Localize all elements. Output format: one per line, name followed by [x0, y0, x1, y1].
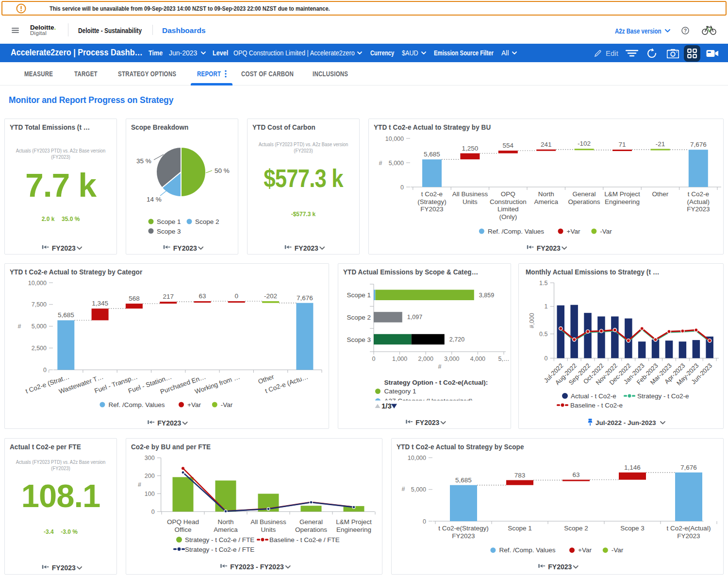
- svg-text:Operations: Operations: [295, 526, 327, 533]
- svg-text:t Co2-e(Strategy): t Co2-e(Strategy): [438, 525, 489, 532]
- svg-text:FY2023 - FY2023: FY2023 - FY2023: [230, 563, 284, 571]
- svg-text:217: 217: [163, 293, 174, 300]
- svg-text:Scope 3: Scope 3: [620, 525, 645, 532]
- svg-text:Limited: Limited: [497, 205, 519, 213]
- svg-text:63: 63: [572, 471, 579, 478]
- svg-text:(Only): (Only): [499, 213, 517, 221]
- svg-text:?: ?: [684, 28, 687, 34]
- svg-text:-Var: -Var: [600, 228, 612, 235]
- svg-text:0.5: 0.5: [539, 331, 547, 338]
- svg-text:L&M Project: L&M Project: [604, 190, 640, 198]
- svg-text:Office: Office: [174, 526, 191, 533]
- svg-text:FY2023: FY2023: [420, 205, 443, 213]
- svg-text:5,000: 5,000: [411, 486, 426, 493]
- svg-text:10,000: 10,000: [385, 136, 404, 142]
- svg-text:Scope 3: Scope 3: [157, 228, 181, 235]
- svg-text:#: #: [402, 486, 405, 493]
- svg-text:Strategy - t Co2-e / FTE: Strategy - t Co2-e / FTE: [185, 546, 254, 553]
- svg-text:Scope 1: Scope 1: [157, 218, 181, 225]
- svg-text:1,146: 1,146: [624, 464, 641, 471]
- svg-text:0: 0: [151, 509, 155, 515]
- svg-text:Category 1: Category 1: [384, 388, 416, 395]
- svg-text:FY2023: FY2023: [677, 532, 700, 540]
- svg-text:Strategy Option - t Co2-e(Actu: Strategy Option - t Co2-e(Actual):: [384, 379, 488, 386]
- svg-text:1,000: 1,000: [392, 356, 407, 362]
- svg-text:+Var: +Var: [567, 228, 580, 235]
- svg-text:3,859: 3,859: [479, 292, 494, 299]
- svg-text:5,000: 5,000: [389, 160, 404, 167]
- svg-text:5,685: 5,685: [58, 311, 74, 319]
- svg-text:1,097: 1,097: [407, 314, 422, 321]
- svg-text:Scope 3: Scope 3: [347, 336, 371, 343]
- svg-text:1: 1: [545, 303, 548, 310]
- svg-text:1/3: 1/3: [381, 402, 392, 410]
- svg-text:Operations: Operations: [568, 198, 600, 205]
- svg-text:35 %: 35 %: [136, 157, 151, 165]
- svg-text:0: 0: [545, 355, 548, 362]
- svg-text:Units: Units: [261, 526, 276, 533]
- svg-text:Engineering: Engineering: [605, 198, 640, 205]
- svg-text:0: 0: [400, 184, 404, 191]
- svg-text:Other: Other: [652, 190, 669, 198]
- svg-text:Other: Other: [257, 373, 275, 385]
- svg-text:Jul-2022 - Jun-2023: Jul-2022 - Jun-2023: [596, 419, 656, 426]
- svg-text:#: #: [18, 323, 21, 330]
- svg-text:All Business: All Business: [250, 518, 286, 526]
- svg-text:Ref. /Comp. Values: Ref. /Comp. Values: [108, 401, 165, 408]
- svg-text:FY2023: FY2023: [415, 419, 439, 426]
- svg-text:General: General: [573, 190, 596, 198]
- svg-text:100: 100: [145, 491, 155, 497]
- svg-text:568: 568: [129, 295, 140, 302]
- svg-text:1.5: 1.5: [539, 280, 547, 287]
- svg-text:t Co2-e: t Co2-e: [688, 190, 709, 198]
- svg-text:General: General: [299, 518, 323, 526]
- svg-text:FY2023: FY2023: [173, 244, 197, 252]
- svg-text:FY2023: FY2023: [452, 532, 475, 540]
- svg-text:783: 783: [514, 472, 526, 479]
- svg-text:Engineering: Engineering: [336, 526, 371, 533]
- svg-text:300: 300: [145, 455, 155, 461]
- svg-text:50 %: 50 %: [215, 167, 230, 174]
- svg-text:America: America: [534, 198, 558, 205]
- svg-text:71: 71: [618, 141, 626, 148]
- svg-text:OPQ: OPQ: [501, 190, 515, 198]
- svg-text:Actual - t Co2-e: Actual - t Co2-e: [571, 392, 616, 400]
- svg-text:All Business: All Business: [452, 190, 488, 198]
- svg-text:-202: -202: [264, 292, 277, 300]
- svg-text:Ref. /Comp. Values: Ref. /Comp. Values: [488, 228, 544, 235]
- svg-text:(Actual): (Actual): [687, 198, 710, 205]
- svg-text:FY2023: FY2023: [548, 563, 572, 571]
- svg-text:2,500: 2,500: [32, 345, 47, 352]
- svg-text:#: #: [438, 363, 442, 370]
- svg-text:7,676: 7,676: [690, 141, 707, 148]
- svg-text:FY2023: FY2023: [295, 244, 318, 252]
- svg-text:7,676: 7,676: [680, 464, 697, 471]
- svg-text:5,685: 5,685: [455, 476, 472, 484]
- svg-text:OPQ Head: OPQ Head: [167, 518, 199, 526]
- svg-text:7,676: 7,676: [297, 294, 313, 302]
- svg-text:3,000: 3,000: [444, 356, 459, 362]
- svg-text:Scope 1: Scope 1: [508, 525, 532, 532]
- svg-text:(Strategy): (Strategy): [417, 198, 446, 205]
- svg-text:0: 0: [423, 518, 426, 525]
- svg-text:#,000: #,000: [529, 313, 535, 328]
- svg-text:Scope 1: Scope 1: [347, 291, 371, 299]
- svg-text:-Var: -Var: [221, 401, 233, 408]
- svg-text:554: 554: [503, 142, 514, 149]
- svg-text:5,000: 5,000: [32, 323, 47, 330]
- svg-text:Baseline - t Co2-e: Baseline - t Co2-e: [570, 402, 623, 409]
- svg-text:North: North: [538, 190, 554, 198]
- svg-text:FY2023: FY2023: [157, 419, 181, 427]
- svg-text:Strategy - t Co2-e: Strategy - t Co2-e: [637, 392, 689, 400]
- svg-text:t Co2-e(Actual): t Co2-e(Actual): [667, 525, 711, 532]
- svg-text:Strategy - t Co2-e / FTE: Strategy - t Co2-e / FTE: [185, 536, 254, 544]
- svg-text:0: 0: [43, 367, 47, 374]
- svg-text:t Co2-e: t Co2-e: [421, 190, 443, 198]
- svg-text:Construction: Construction: [490, 198, 527, 205]
- svg-text:0: 0: [372, 356, 376, 362]
- svg-text:A37 Category (Uncategorized): A37 Category (Uncategorized): [384, 397, 473, 405]
- svg-text:FY2023: FY2023: [687, 205, 710, 213]
- svg-text:4,000: 4,000: [470, 356, 485, 362]
- svg-text:North: North: [217, 518, 233, 526]
- svg-text:200: 200: [145, 473, 155, 479]
